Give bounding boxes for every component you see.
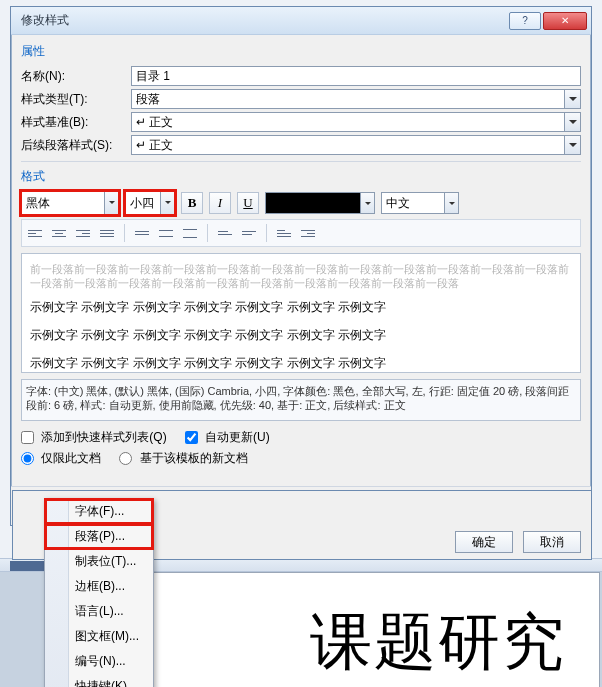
document-heading: 课题研究 xyxy=(310,600,566,684)
line-spacing-15-icon[interactable] xyxy=(155,222,177,244)
menu-item-numbering[interactable]: 编号(N)... xyxy=(45,649,153,674)
based-on-label: 样式基准(B): xyxy=(21,114,131,131)
modify-style-dialog: 修改样式 ? ✕ 属性 名称(N): 样式类型(T): 段落 样式基准(B): … xyxy=(10,6,592,526)
menu-item-shortcut[interactable]: 快捷键(K)... xyxy=(45,674,153,687)
chevron-down-icon xyxy=(360,193,374,213)
parent-ok-button[interactable]: 确定 xyxy=(455,531,513,553)
align-center-icon[interactable] xyxy=(48,222,70,244)
parent-cancel-button[interactable]: 取消 xyxy=(523,531,581,553)
only-this-document-radio[interactable]: 仅限此文档 xyxy=(21,450,101,467)
line-spacing-single-icon[interactable] xyxy=(131,222,153,244)
dialog-title: 修改样式 xyxy=(15,12,507,29)
menu-item-tabs[interactable]: 制表位(T)... xyxy=(45,549,153,574)
language-combo[interactable]: 中文 xyxy=(381,192,459,214)
menu-item-border[interactable]: 边框(B)... xyxy=(45,574,153,599)
format-menu: 字体(F)... 段落(P)... 制表位(T)... 边框(B)... 语言(… xyxy=(44,498,154,687)
align-left-icon[interactable] xyxy=(24,222,46,244)
preview-context-text: 前一段落前一段落前一段落前一段落前一段落前一段落前一段落前一段落前一段落前一段落… xyxy=(30,262,572,290)
based-on-combo[interactable]: ↵ 正文 xyxy=(131,112,581,132)
chevron-down-icon xyxy=(564,90,580,108)
align-justify-icon[interactable] xyxy=(96,222,118,244)
line-spacing-double-icon[interactable] xyxy=(179,222,201,244)
paragraph-toolbar xyxy=(21,219,581,247)
chevron-down-icon xyxy=(104,192,118,214)
based-on-template-radio[interactable]: 基于该模板的新文档 xyxy=(119,450,247,467)
properties-group-label: 属性 xyxy=(21,43,581,60)
font-name-combo[interactable]: 黑体 xyxy=(21,191,119,215)
indent-increase-icon[interactable] xyxy=(297,222,319,244)
type-combo[interactable]: 段落 xyxy=(131,89,581,109)
based-on-value: ↵ 正文 xyxy=(136,114,173,131)
preview-sample-line-1: 示例文字 示例文字 示例文字 示例文字 示例文字 示例文字 示例文字 xyxy=(30,296,572,318)
italic-button[interactable]: I xyxy=(209,192,231,214)
chevron-down-icon xyxy=(564,136,580,154)
help-button[interactable]: ? xyxy=(509,12,541,30)
language-value: 中文 xyxy=(386,195,410,212)
preview-sample-line-3: 示例文字 示例文字 示例文字 示例文字 示例文字 示例文字 示例文字 xyxy=(30,352,572,373)
chevron-down-icon xyxy=(444,193,458,213)
name-input[interactable] xyxy=(131,66,581,86)
type-label: 样式类型(T): xyxy=(21,91,131,108)
format-group-label: 格式 xyxy=(21,168,581,185)
preview-sample-line-2: 示例文字 示例文字 示例文字 示例文字 示例文字 示例文字 示例文字 xyxy=(30,324,572,346)
space-before-decrease-icon[interactable] xyxy=(238,222,260,244)
type-value: 段落 xyxy=(136,91,160,108)
underline-button[interactable]: U xyxy=(237,192,259,214)
name-label: 名称(N): xyxy=(21,68,131,85)
chevron-down-icon xyxy=(564,113,580,131)
font-color-combo[interactable] xyxy=(265,192,375,214)
space-before-increase-icon[interactable] xyxy=(214,222,236,244)
menu-item-paragraph[interactable]: 段落(P)... xyxy=(45,524,153,549)
close-button[interactable]: ✕ xyxy=(543,12,587,30)
menu-item-frame[interactable]: 图文框(M)... xyxy=(45,624,153,649)
chevron-down-icon xyxy=(160,192,174,214)
add-to-quick-styles-checkbox[interactable]: 添加到快速样式列表(Q) xyxy=(21,429,167,446)
following-style-combo[interactable]: ↵ 正文 xyxy=(131,135,581,155)
titlebar: 修改样式 ? ✕ xyxy=(11,7,591,35)
font-size-value: 小四 xyxy=(130,195,154,212)
preview-box: 前一段落前一段落前一段落前一段落前一段落前一段落前一段落前一段落前一段落前一段落… xyxy=(21,253,581,373)
font-size-combo[interactable]: 小四 xyxy=(125,191,175,215)
align-right-icon[interactable] xyxy=(72,222,94,244)
indent-decrease-icon[interactable] xyxy=(273,222,295,244)
bold-button[interactable]: B xyxy=(181,192,203,214)
font-name-value: 黑体 xyxy=(26,195,50,212)
style-description: 字体: (中文) 黑体, (默认) 黑体, (国际) Cambria, 小四, … xyxy=(21,379,581,421)
menu-item-font[interactable]: 字体(F)... xyxy=(45,499,153,524)
auto-update-checkbox[interactable]: 自动更新(U) xyxy=(185,429,270,446)
following-style-value: ↵ 正文 xyxy=(136,137,173,154)
menu-item-language[interactable]: 语言(L)... xyxy=(45,599,153,624)
following-style-label: 后续段落样式(S): xyxy=(21,137,131,154)
